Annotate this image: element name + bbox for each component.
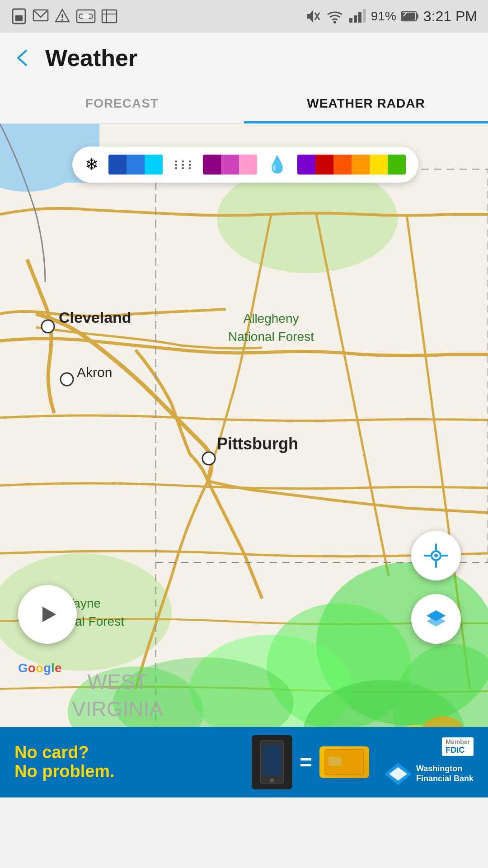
svg-rect-69: [328, 757, 341, 766]
svg-point-44: [61, 373, 73, 386]
svg-marker-63: [42, 607, 56, 622]
ad-text: No card? No problem.: [14, 743, 241, 781]
svg-rect-20: [363, 9, 366, 23]
svg-rect-65: [263, 745, 281, 776]
svg-text:VIRGINIA: VIRGINIA: [72, 697, 163, 721]
color-orange-red: [333, 155, 352, 175]
layers-button[interactable]: [411, 594, 461, 644]
color-light-pink: [239, 155, 257, 175]
ad-bank-info: Member FDIC Washington Financial Bank: [380, 737, 474, 788]
tabs-container: FORECAST WEATHER RADAR: [0, 83, 488, 124]
app-bar: Weather: [0, 33, 488, 83]
bank-logo: Washington Financial Bank: [380, 760, 474, 788]
svg-marker-13: [307, 10, 313, 23]
rain-storm-icon: ⫶⫶⫶: [173, 157, 193, 172]
extra-icon: [101, 8, 117, 24]
back-button[interactable]: [13, 48, 33, 68]
status-icons-right: 91% 3:21 PM: [305, 8, 477, 25]
color-orange: [352, 155, 370, 175]
svg-text:Allegheny: Allegheny: [244, 311, 299, 326]
svg-rect-9: [83, 14, 89, 18]
bank-card: [319, 746, 369, 778]
battery-icon: [401, 10, 419, 23]
location-icon: [424, 543, 448, 568]
time-display: 3:21 PM: [423, 8, 477, 25]
ad-phone: =: [252, 735, 369, 789]
drop-icon: 💧: [267, 155, 287, 174]
svg-rect-10: [102, 10, 117, 23]
svg-rect-1: [15, 15, 23, 21]
page-title: Weather: [45, 44, 137, 71]
color-violet: [297, 155, 315, 175]
warning-icon: [54, 8, 70, 24]
tab-weather-radar[interactable]: WEATHER RADAR: [244, 83, 488, 123]
phone-image: [252, 735, 292, 789]
color-medium-purple: [221, 155, 239, 175]
status-bar: 91% 3:21 PM: [0, 0, 488, 33]
color-green: [388, 155, 406, 175]
snow-icon: ❄: [85, 155, 99, 174]
mute-icon: [305, 8, 321, 24]
rain-colors: [203, 155, 257, 175]
svg-rect-17: [349, 18, 352, 23]
svg-text:Cleveland: Cleveland: [59, 309, 131, 326]
legend-bar: ❄ ⫶⫶⫶ 💧: [72, 146, 418, 183]
fdic-badge: Member FDIC: [442, 737, 474, 756]
tab-forecast[interactable]: FORECAST: [0, 83, 244, 123]
svg-rect-19: [358, 12, 361, 23]
svg-point-45: [202, 452, 215, 465]
svg-text:National Forest: National Forest: [228, 330, 314, 344]
layers-icon: [424, 607, 448, 631]
play-icon: [35, 602, 60, 627]
ad-headline-2: No problem.: [14, 762, 241, 781]
map-svg: Cleveland Akron Pittsburgh Allegheny Nat…: [0, 124, 488, 797]
svg-point-16: [333, 21, 336, 24]
battery-text: 91%: [371, 9, 396, 24]
color-cyan: [145, 155, 163, 175]
sim-icon: [11, 8, 27, 24]
svg-point-66: [270, 778, 274, 783]
svg-text:Pittsburgh: Pittsburgh: [217, 434, 298, 453]
svg-text:Akron: Akron: [77, 365, 112, 380]
color-red: [315, 155, 333, 175]
snow-colors: [108, 155, 163, 175]
ad-headline-1: No card?: [14, 743, 241, 762]
svg-rect-24: [417, 14, 418, 19]
signal-icon: [348, 8, 366, 24]
svg-point-56: [434, 554, 438, 557]
notification-icon: [33, 8, 49, 24]
color-dark-blue: [108, 155, 127, 175]
google-logo: Google: [18, 661, 61, 675]
ad-banner[interactable]: No card? No problem. =: [0, 727, 488, 797]
color-dark-purple: [203, 155, 221, 175]
map-container[interactable]: Cleveland Akron Pittsburgh Allegheny Nat…: [0, 124, 488, 797]
color-medium-blue: [127, 155, 145, 175]
play-button[interactable]: [18, 585, 77, 644]
svg-rect-18: [354, 15, 357, 23]
svg-point-43: [42, 320, 54, 333]
status-icons-left: [11, 8, 117, 24]
svg-point-5: [61, 19, 63, 21]
precip-colors: [297, 155, 406, 175]
location-button[interactable]: [411, 531, 461, 580]
wifi-icon: [326, 8, 344, 24]
media-icon: [76, 8, 96, 24]
svg-text:WEST: WEST: [88, 670, 148, 693]
equals-sign: =: [300, 750, 312, 775]
color-yellow: [370, 155, 388, 175]
